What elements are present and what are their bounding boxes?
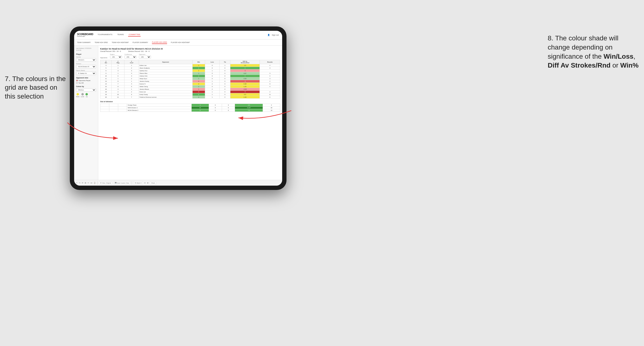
col-rounds: Rounds [260,60,280,64]
table-row: 10 6 3 Andrea York 2 0 0 4 4 [100,75,280,77]
separator-2 [132,181,132,185]
legend-up: Up [86,93,88,97]
grid-table: #Div #Reg #Conf Opponent Win Loss Tie Di… [100,60,280,99]
subnav-team-summary[interactable]: TEAM SUMMARY [77,41,91,44]
share-btn[interactable]: Share [150,181,156,184]
legend-down: Down [76,93,80,97]
filter-conference: Conference (All) [124,54,136,58]
target-icon[interactable]: ⊙ [144,182,146,184]
nav-tournaments[interactable]: TOURNAMENTS [97,33,113,36]
subnav-team-h2h-heatmap[interactable]: TEAM H2H HEATMAP [112,41,129,44]
subnav-player-h2h-grid[interactable]: PLAYER H2H GRID [152,41,167,44]
table-row: 20 11 7 Federica Domecq Lacroze 2 1 0 1.… [100,96,280,99]
right-panel: Katelyn Vo Head-to-Head Grid for Women's… [98,46,282,180]
nav-right: 👤 Sign out [268,34,279,36]
filter-opponent: Opponent (All) [139,54,151,58]
redo-icon[interactable]: ↪ [79,182,80,184]
col-diff: Diff AvStrokes/Rnd [230,60,260,64]
col-tie: Tie [220,60,230,64]
tablet-frame: SCOREBOARD Powered by clippd TOURNAMENTS… [70,26,286,190]
table-row: 15 8 5 Stella Cheng 1 0 0 1.25 4 [100,85,280,88]
legend-dot-down [76,93,79,95]
opponents-label: Opponents: [100,57,108,58]
table-row: 16 3 1 Jessica Mason 1 2 0 -0.94 [100,88,280,91]
clock-icon[interactable]: ⌚ [94,182,96,184]
save-custom-view-btn[interactable]: 💾 Save Custom View [114,181,130,184]
nav-teams[interactable]: TEAMS [117,33,124,36]
scissors-icon[interactable]: ✂ [88,182,89,184]
sidebar-player-rank-label: Player (Rank) [76,70,96,71]
sidebar-player-title: Player [76,53,96,55]
legend: Down Level Up [76,93,96,97]
subnav-player-h2h-heatmap[interactable]: PLAYER H2H HEATMAP [171,41,190,44]
filter-row: Opponents: Region (All) Conference (All)… [100,54,280,58]
legend-label-level: Level [81,96,84,97]
sign-out-link[interactable]: Sign out [271,34,279,36]
col-win: Win [192,60,205,64]
grid-title: Katelyn Vo Head-to-Head Grid for Women's… [100,48,280,50]
legend-dot-level [81,93,84,95]
colour-by-title: Colour by [76,86,96,87]
col-reg: #Reg [112,60,124,64]
division-record: Division Record: 331 - 34 - 6 [128,50,150,52]
sidebar-division-field: Division NCAA Division III [76,63,96,68]
radio-top-100[interactable]: Top 100 [76,82,96,84]
radio-opponents-played[interactable]: Opponents Played [76,80,96,81]
col-opponent: Opponent [139,60,192,64]
out-of-division-title: Out of division [100,101,280,103]
annotation-left: 7. The colours in the grid are based on … [5,75,68,101]
out-of-division-table: Foreign Team 1 0 0 4.5 2 NAIA Division 1… [100,104,280,112]
annotation-right: 8. The colour shade will change dependin… [548,34,639,70]
filter-opponent-select[interactable]: (All) [139,55,151,58]
filter-conference-select[interactable]: (All) [124,55,136,58]
view-original-btn[interactable]: 👁 View: Original [99,181,112,184]
table-row: 11 1 2 Heejo Hyun 1 0 0 3.33 3 [100,77,280,80]
more-icon[interactable]: ••• [90,182,92,184]
sidebar-gender-field: Gender Women's [76,56,96,62]
table-row: 13 8 1 Jessica Huang 0 1 0 -3 2 [100,80,280,83]
col-conf: #Conf [124,60,139,64]
tablet-screen: SCOREBOARD Powered by clippd TOURNAMENTS… [74,31,282,186]
table-row: 9 1 4 Sharon Mun 1 0 0 3.67 3 [100,72,280,75]
sidebar-gender-label: Gender [76,56,96,58]
sidebar-player-rank-select[interactable]: 8. Katelyn Vo [76,72,96,75]
sidebar-division-select[interactable]: NCAA Division III [76,65,96,68]
radio-group: Opponents Played Top 100 [76,80,96,84]
opponent-view-title: Opponent view [76,77,96,79]
sidebar-gender-select[interactable]: Women's [76,58,96,62]
filter-opponent-label: Opponent [139,54,151,55]
separator-1 [97,181,98,185]
filter-region-label: Region [110,54,122,55]
sub-nav: TEAM SUMMARY TEAM H2H GRID TEAM H2H HEAT… [74,39,282,46]
layout-icon[interactable]: ⊗ [147,182,148,184]
grid-records: Overall Record: 353 - 34 - 6 Division Re… [100,50,280,52]
table-row: 19 10 6 Emily Chang 4 1 0 0.3 11 [100,93,280,96]
radio-dot-top100 [76,82,78,84]
sidebar-timestamp: Last Updated: 27/03/2024 16:55:38 [76,48,96,51]
table-row: NAIA Division 1 15 0 0 9.267 30 [100,107,280,109]
nav-committee[interactable]: COMMITTEE [128,33,140,36]
bottom-toolbar: ↩ ↪ ⟳ ⊞ ✂ ••• ⌚ 👁 View: Original 💾 Save … [74,180,282,186]
logo: SCOREBOARD Powered by clippd [77,33,93,37]
subnav-team-h2h-grid[interactable]: TEAM H2H GRID [94,41,108,44]
legend-dot-up [86,93,88,95]
subnav-player-summary[interactable]: PLAYER SUMMARY [133,41,148,44]
filter-region-select[interactable]: (All) [110,55,122,58]
colour-by-select[interactable]: Win/loss [76,88,96,92]
col-div: #Div [100,60,112,64]
table-row: 3 1 1 Esther Lee 1 0 1 1.5 4 [100,64,280,67]
filter-region: Region (All) [110,54,122,58]
refresh-icon[interactable]: ⟳ [82,182,83,184]
table-row: Foreign Team 1 0 0 4.5 2 [100,104,280,107]
filter-conference-label: Conference [124,54,136,55]
overall-record: Overall Record: 353 - 34 - 6 [100,50,121,52]
watch-btn[interactable]: 👁 Watch ▾ [133,181,143,184]
legend-label-up: Up [86,96,88,97]
table-row: 14 7 4 Eunice Yi 2 2 0 0.38 9 [100,83,280,85]
user-icon: 👤 [268,34,270,36]
nav-links: TOURNAMENTS TEAMS COMMITTEE [97,33,267,36]
table-row: NCAA Division 2 5 0 0 7.4 10 [100,109,280,112]
undo-icon[interactable]: ↩ [76,182,78,184]
sidebar-player-rank-field: Player (Rank) 8. Katelyn Vo [76,70,96,75]
grid-icon[interactable]: ⊞ [85,182,86,184]
